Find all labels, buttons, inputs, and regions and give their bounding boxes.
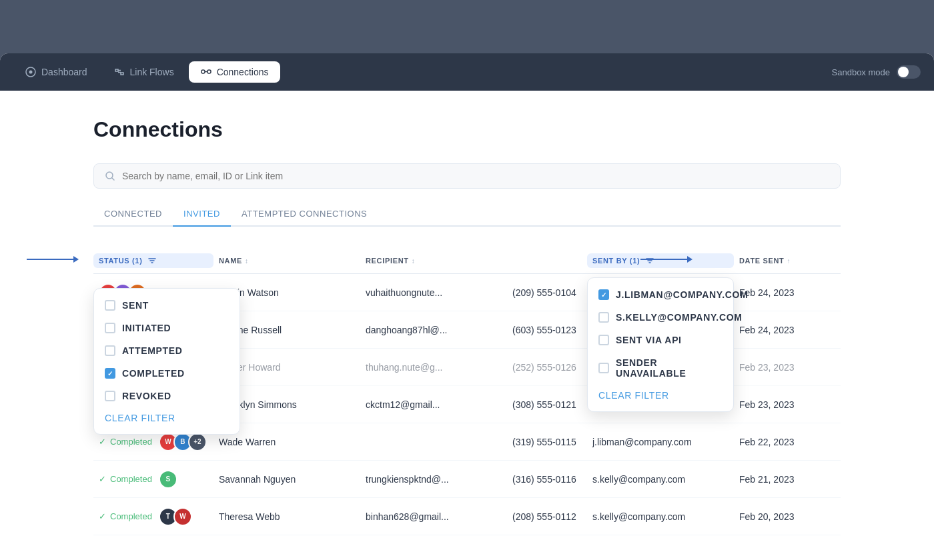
filter-sent[interactable]: Sent [94,294,240,317]
sort-name-icon: ↕ [245,257,249,265]
search-input[interactable] [122,171,829,181]
checkbox-kelly[interactable] [598,312,609,323]
sentby-clear-filter[interactable]: Clear filter [588,385,733,406]
td-phone-5: (319) 555-0115 [507,429,587,455]
arrow-sentby [640,256,692,263]
tab-invited[interactable]: INVITED [173,202,231,227]
dashboard-icon [25,67,36,77]
td-email-4: ckctm12@gmail... [360,391,507,418]
checkbox-api[interactable] [598,335,609,345]
table-header: STATUS (1) Sent Initiated [93,248,841,274]
td-email-7: binhan628@gmail... [360,503,507,530]
td-status-7: ✓ Completed T W [93,499,213,534]
th-date-sent[interactable]: DATE SENT ↑ [734,253,841,268]
td-date-3: Feb 23, 2023 [734,354,841,381]
td-email-6: trungkienspktnd@... [360,466,507,493]
th-status[interactable]: STATUS (1) Sent Initiated [93,253,213,268]
sort-recipient-icon: ↕ [412,257,416,265]
td-date-2: Feb 24, 2023 [734,317,841,343]
status-filter-dropdown: Sent Initiated Attempted Completed [93,288,240,435]
td-date-1: Feb 24, 2023 [734,279,841,306]
tab-connected[interactable]: CONNECTED [93,202,173,227]
td-date-7: Feb 20, 2023 [734,503,841,530]
td-name-7: Theresa Webb [213,503,360,530]
filter-completed[interactable]: Completed [94,362,240,385]
svg-rect-3 [207,70,211,73]
table-row[interactable]: ✓ Completed T W Theresa Webb binhan628@g… [93,498,841,535]
td-phone-7: (208) 555-0112 [507,503,587,530]
svg-point-1 [29,71,33,74]
status-clear-filter[interactable]: Clear filter [94,407,240,429]
page-title: Connections [93,117,841,142]
tab-attempted[interactable]: ATTEMPTED CONNECTIONS [231,202,378,227]
avatar: S [159,470,177,489]
checkbox-completed[interactable] [105,368,115,379]
filter-unavailable[interactable]: Sender unavailable [588,351,733,385]
avatar-more: +2 [188,433,207,451]
table-row[interactable]: ✓ Completed S Savannah Nguyen trungkiens… [93,461,841,498]
checkbox-attempted[interactable] [105,345,115,356]
td-date-4: Feb 23, 2023 [734,391,841,418]
td-date-6: Feb 21, 2023 [734,466,841,493]
td-status-6: ✓ Completed S [93,462,213,497]
avatar-group-7: T W [159,507,192,526]
td-name-6: Savannah Nguyen [213,466,360,493]
filter-attempted[interactable]: Attempted [94,339,240,362]
th-phone [507,253,587,268]
td-sentby-6: s.kelly@company.com [587,466,734,493]
td-phone-1: (209) 555-0104 [507,279,587,306]
filter-api[interactable]: Sent via API [588,329,733,351]
checkbox-unavailable[interactable] [598,363,609,373]
td-sentby-7: s.kelly@company.com [587,503,734,530]
th-name[interactable]: NAME ↕ [213,253,360,268]
search-bar [93,163,841,189]
td-sentby-5: j.libman@company.com [587,429,734,455]
search-icon [105,171,115,181]
nav-dashboard[interactable]: Dashboard [13,61,99,83]
td-email-5 [360,434,507,450]
app-window: Dashboard Link Flows Connections Sandbo [0,53,934,560]
svg-rect-2 [201,70,205,73]
nav-link-flows[interactable]: Link Flows [102,61,186,83]
nav-bar: Dashboard Link Flows Connections Sandbo [0,53,934,91]
avatar: W [173,507,192,526]
th-recipient[interactable]: RECIPIENT ↕ [360,253,507,268]
td-phone-6: (316) 555-0116 [507,466,587,493]
flow-icon [114,67,125,77]
sort-date-icon: ↑ [787,257,791,265]
td-email-1: vuhaithuongnute... [360,279,507,306]
checkbox-libman[interactable] [598,289,609,300]
tab-bar: CONNECTED INVITED ATTEMPTED CONNECTIONS [93,202,841,227]
checkbox-sent[interactable] [105,300,115,311]
connections-icon [201,67,211,77]
td-email-2: danghoang87hl@... [360,317,507,343]
nav-connections[interactable]: Connections [189,61,281,83]
filter-libman[interactable]: j.libman@company.com [588,283,733,306]
filter-initiated[interactable]: Initiated [94,317,240,339]
td-date-5: Feb 22, 2023 [734,429,841,455]
checkbox-revoked[interactable] [105,391,115,401]
avatar-group-5: W B +2 [159,433,207,451]
sandbox-mode: Sandbox mode [832,65,921,79]
td-phone-2: (603) 555-0123 [507,317,587,343]
td-phone-3: (252) 555-0126 [507,354,587,381]
table-wrapper: STATUS (1) Sent Initiated [93,248,841,535]
checkbox-initiated[interactable] [105,323,115,333]
filter-icon-status [147,256,157,265]
filter-revoked[interactable]: Revoked [94,385,240,407]
td-phone-4: (308) 555-0121 [507,391,587,418]
arrow-status [27,256,79,263]
sent-by-filter-dropdown: j.libman@company.com s.kelly@company.com… [587,277,734,412]
td-email-3: thuhang.nute@g... [360,354,507,381]
avatar-group-6: S [159,470,177,489]
filter-kelly[interactable]: s.kelly@company.com [588,306,733,329]
main-content: Connections CONNECTED INVITED ATTEMPTED … [0,91,934,560]
sandbox-toggle[interactable] [897,65,921,79]
